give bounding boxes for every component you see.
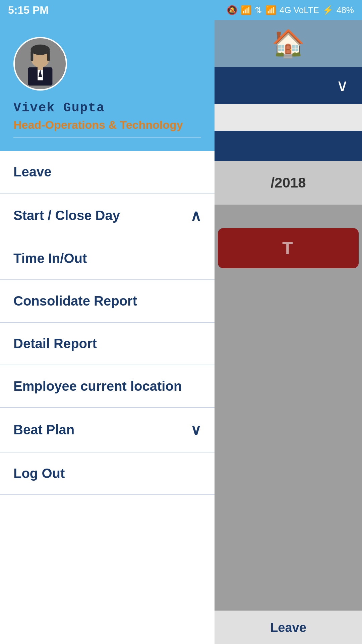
sidebar-item-consolidate-report[interactable]: Consolidate Report (0, 280, 215, 323)
sidebar-item-beat-plan[interactable]: Beat Plan ∨ (0, 408, 215, 452)
user-name: Vivek Gupta (13, 101, 201, 115)
avatar-image (18, 42, 62, 86)
date-text: /2018 (270, 175, 306, 191)
user-role: Head-Operations & Technology (13, 118, 201, 138)
sidebar-item-employee-location[interactable]: Employee current location (0, 365, 215, 408)
sidebar-item-start-close-day-label: Start / Close Day (13, 208, 120, 223)
rp-action-button-label: T (282, 238, 294, 258)
mute-icon: 🔕 (227, 5, 237, 15)
status-icons: 🔕 📶 ⇅ 📶 4G VoLTE ⚡ 48% (227, 5, 354, 15)
signal-icon: 📶 (241, 5, 251, 15)
rp-blue-bar (215, 131, 362, 161)
home-icon[interactable]: 🏠 (272, 28, 305, 59)
sidebar-item-start-close-day[interactable]: Start / Close Day ∧ (0, 194, 215, 237)
bottom-leave-tab[interactable]: Leave (215, 610, 362, 644)
sidebar-item-time-in-out-label: Time In/Out (13, 251, 87, 266)
sidebar-item-leave-label: Leave (13, 164, 51, 179)
sidebar-item-detail-report-label: Detail Report (13, 336, 97, 351)
sidebar-item-log-out-label: Log Out (13, 466, 65, 481)
svg-rect-3 (31, 51, 33, 61)
sidebar-item-beat-plan-label: Beat Plan (13, 422, 74, 437)
rp-dropdown[interactable]: ∨ (215, 67, 362, 104)
bottom-leave-label: Leave (270, 621, 306, 635)
svg-rect-4 (47, 51, 50, 61)
avatar (13, 37, 67, 91)
rp-date-area: /2018 (215, 161, 362, 205)
sidebar-item-employee-location-label: Employee current location (13, 379, 182, 394)
sidebar-drawer: Vivek Gupta Head-Operations & Technology… (0, 20, 215, 644)
charging-icon: ⚡ (322, 5, 333, 15)
menu-list: Leave Start / Close Day ∧ Time In/Out Co… (0, 151, 215, 495)
status-bar: 5:15 PM 🔕 📶 ⇅ 📶 4G VoLTE ⚡ 48% (0, 0, 362, 20)
battery-level: 48% (337, 5, 354, 15)
network-label: 4G VoLTE (280, 5, 319, 15)
signal2-icon: 📶 (265, 5, 276, 15)
svg-point-2 (31, 45, 50, 55)
profile-header: Vivek Gupta Head-Operations & Technology (0, 20, 215, 151)
chevron-down-icon: ∨ (190, 421, 201, 438)
svg-rect-8 (38, 65, 43, 70)
status-time: 5:15 PM (8, 4, 49, 16)
data-icon: ⇅ (255, 5, 262, 15)
sidebar-item-log-out[interactable]: Log Out (0, 452, 215, 495)
chevron-up-icon: ∧ (190, 207, 201, 224)
sidebar-item-leave[interactable]: Leave (0, 151, 215, 194)
rp-action-button[interactable]: T (218, 228, 359, 268)
sidebar-item-detail-report[interactable]: Detail Report (0, 323, 215, 365)
sidebar-item-time-in-out[interactable]: Time In/Out (0, 237, 215, 280)
rp-white-bar (215, 104, 362, 131)
home-area[interactable]: 🏠 (215, 20, 362, 67)
sidebar-item-consolidate-report-label: Consolidate Report (13, 293, 137, 309)
dropdown-arrow-icon[interactable]: ∨ (336, 76, 349, 95)
